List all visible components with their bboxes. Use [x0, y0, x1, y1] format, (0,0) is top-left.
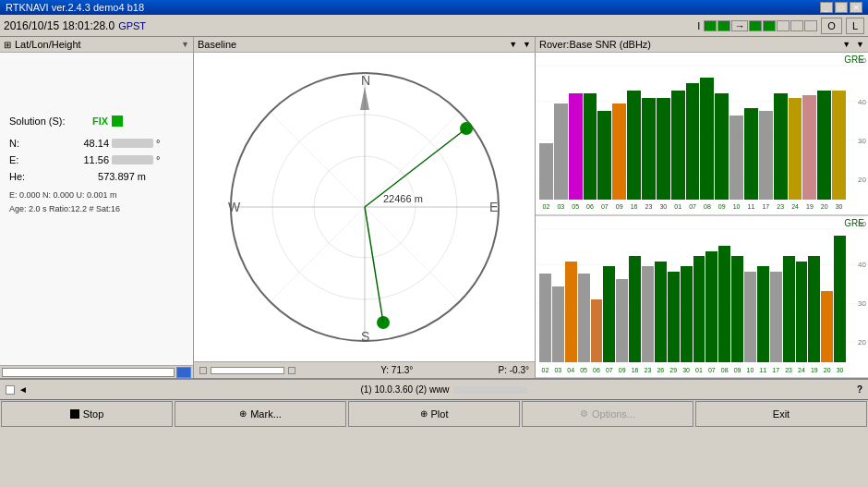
chart1-sat-label: 10	[729, 203, 743, 210]
panel-icon: ⊞	[4, 40, 11, 50]
nav-box-2[interactable]	[717, 20, 730, 31]
mid-dropdown-1[interactable]: ▼	[509, 40, 517, 49]
stop-button[interactable]: Stop	[1, 401, 173, 427]
maximize-button[interactable]: □	[835, 2, 848, 13]
chart1-sat-label: 24	[789, 203, 802, 210]
chart2-sat-label: 10	[744, 367, 756, 373]
chart1-sat-label: 07	[597, 203, 611, 210]
plot-icon: ⊕	[420, 408, 428, 419]
chart2-bar	[668, 272, 680, 363]
window-title: RTKNAVI ver.2.4.3 demo4 b18	[6, 2, 144, 13]
chart2-sat-label: 16	[629, 367, 641, 373]
exit-button[interactable]: Exit	[695, 401, 867, 427]
svg-marker-11	[360, 87, 369, 110]
left-panel: ⊞ Lat/Lon/Height ▼ Solution (S): FIX N: …	[0, 37, 194, 378]
chart2-bar	[655, 262, 667, 362]
chart2-sat-label: 05	[578, 367, 590, 373]
status-small-2: Age: 2.0 s Ratio:12.2 # Sat:16	[9, 203, 184, 215]
nav-arrow-btn[interactable]: →	[731, 20, 748, 31]
svg-line-15	[365, 207, 383, 323]
chart2-bar	[693, 256, 705, 362]
right-dropdown-1[interactable]: ▼	[842, 40, 850, 49]
right-dropdown-2[interactable]: ▼	[856, 40, 864, 49]
nav-box-3[interactable]	[749, 20, 762, 31]
nav-box-1[interactable]	[704, 20, 717, 31]
chart2-sat-label: 11	[757, 367, 769, 373]
status-scroll-left[interactable]: ◄	[18, 384, 28, 395]
mid-panel-header: Baseline ▼ ▼	[194, 37, 535, 53]
baseline-scroll-left[interactable]	[199, 367, 207, 374]
status-checkbox[interactable]	[6, 385, 15, 395]
chart2-sat-label: 07	[603, 367, 615, 373]
chart2-bar	[718, 246, 730, 362]
nav-box-6[interactable]	[790, 20, 803, 31]
nav-box-5[interactable]	[777, 20, 790, 31]
chart1-bar	[759, 111, 773, 200]
chart2-sat-label: 23	[642, 367, 654, 373]
y-label: Y: 71.3°	[380, 365, 413, 375]
chart2-bar	[591, 299, 603, 362]
chart1-sat-label: 07	[686, 203, 700, 210]
chart2-bar	[834, 236, 846, 362]
mid-dropdown-2[interactable]: ▼	[523, 40, 531, 49]
left-panel-title: Lat/Lon/Height	[15, 39, 177, 50]
chart1-bar	[729, 116, 743, 199]
svg-text:22466 m: 22466 m	[383, 193, 423, 204]
baseline-scroll-right[interactable]	[288, 367, 295, 374]
o-button[interactable]: O	[821, 18, 842, 34]
chart2-sat-label: 04	[565, 367, 577, 373]
datetime-toolbar: 2016/10/15 18:01:28.0 GPST I → O L	[0, 15, 868, 37]
chart1-sat-label: 06	[584, 203, 597, 210]
minimize-button[interactable]: _	[820, 2, 833, 13]
chart2-sat-label: 09	[616, 367, 628, 373]
bottom-toolbar: Stop ⊕ Mark... ⊕ Plot ⚙ Options... Exit	[0, 399, 868, 427]
chart1-bar	[627, 91, 641, 200]
snr-chart-1: GRE 50 40 30 20 020305060709162330010708…	[536, 53, 868, 216]
chart2-labels: 0203040506070916232629300107080910111723…	[536, 362, 850, 377]
status-question[interactable]: ?	[857, 384, 862, 395]
datetime-label: 2016/10/15 18:01:28.0	[4, 19, 115, 32]
chart1-bar	[802, 95, 816, 199]
chart2-sat-label: 01	[693, 367, 705, 373]
l-button[interactable]: L	[846, 18, 864, 34]
chart2-sat-label: 20	[821, 367, 833, 373]
baseline-footer: Y: 71.3° P: -0.3°	[194, 361, 535, 378]
nav-controls: →	[704, 20, 817, 31]
chart2-sat-label: 17	[770, 367, 782, 373]
stop-label: Stop	[83, 408, 104, 420]
left-panel-dropdown[interactable]: ▼	[181, 40, 189, 49]
left-scroll-indicator[interactable]	[176, 367, 191, 378]
baseline-scrollbar[interactable]	[211, 367, 284, 374]
chart2-sat-label: 02	[539, 367, 551, 373]
chart2-bar	[744, 272, 756, 363]
chart1-bar	[744, 108, 758, 200]
e-unit: °	[156, 154, 160, 165]
options-label: Options...	[592, 408, 635, 420]
chart2-bars-container	[536, 224, 850, 363]
mark-button[interactable]: ⊕ Mark...	[175, 401, 346, 427]
chart1-sat-label: 03	[554, 203, 568, 210]
nav-box-4[interactable]	[763, 20, 776, 31]
status-small-1: E: 0.000 N: 0.000 U: 0.001 m	[9, 189, 184, 201]
options-icon: ⚙	[580, 408, 588, 419]
options-button[interactable]: ⚙ Options...	[522, 401, 693, 427]
e-label: E:	[9, 154, 35, 165]
close-button[interactable]: ✕	[850, 2, 862, 13]
chart2-bar	[642, 266, 654, 362]
chart2-sat-label: 08	[718, 367, 730, 373]
chart2-bar	[552, 286, 564, 362]
nav-box-7[interactable]	[804, 20, 817, 31]
status-text-1: (1) 10.0.3.60 (2) www	[360, 384, 449, 395]
chart2-sat-label: 19	[808, 367, 820, 373]
chart2-sat-label: 30	[681, 367, 693, 373]
chart2-bar	[603, 266, 615, 362]
n-blurred	[112, 139, 153, 148]
mid-panel: Baseline ▼ ▼ N S E W	[194, 37, 536, 378]
chart1-sat-label: 02	[539, 203, 553, 210]
chart1-sat-label: 09	[612, 203, 626, 210]
left-scrollbar[interactable]	[2, 368, 175, 377]
chart1-sat-label: 19	[802, 203, 816, 210]
plot-button[interactable]: ⊕ Plot	[348, 401, 520, 427]
chart1-sat-label: 30	[832, 203, 846, 210]
chart1-bar	[789, 98, 802, 199]
